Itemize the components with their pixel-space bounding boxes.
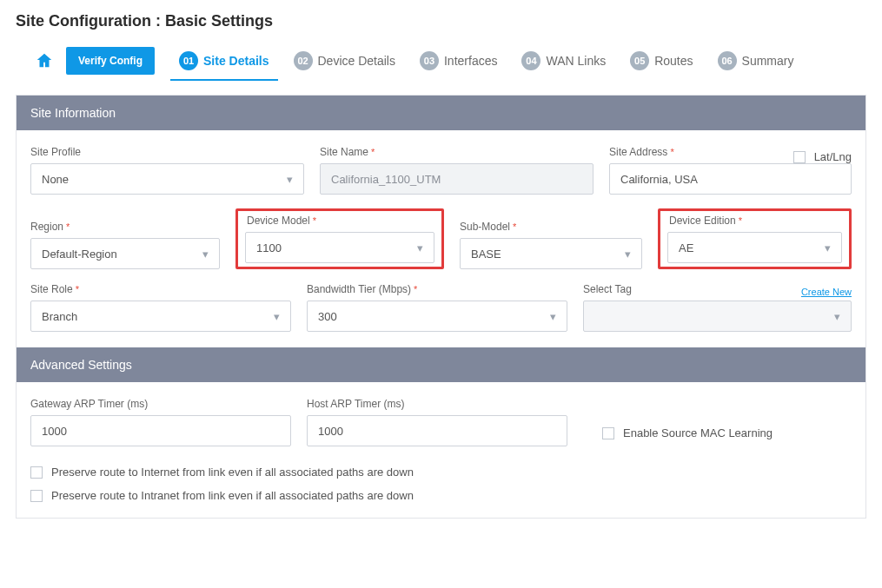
host-arp-label: Host ARP Timer (ms)	[307, 398, 567, 410]
chevron-down-icon: ▾	[287, 173, 293, 186]
region-value: Default-Region	[42, 248, 117, 261]
step-num: 03	[420, 51, 439, 70]
region-select[interactable]: Default-Region ▾	[30, 238, 220, 269]
gateway-arp-label: Gateway ARP Timer (ms)	[30, 398, 291, 410]
device-edition-label: Device Edition	[669, 215, 846, 227]
chevron-down-icon: ▾	[417, 241, 423, 254]
device-model-label: Device Model	[247, 215, 438, 227]
checkbox-icon	[793, 151, 806, 163]
home-icon[interactable]	[35, 51, 54, 70]
site-role-label: Site Role	[30, 283, 291, 295]
step-num: 06	[718, 51, 737, 70]
step-routes[interactable]: 05 Routes	[621, 46, 701, 76]
site-profile-label: Site Profile	[30, 146, 304, 158]
page-title: Site Configuration : Basic Settings	[16, 12, 866, 30]
device-edition-select[interactable]: AE ▾	[667, 232, 842, 263]
device-edition-value: AE	[679, 241, 693, 254]
gateway-arp-value: 1000	[42, 425, 67, 438]
bandwidth-tier-value: 300	[318, 310, 337, 323]
site-role-value: Branch	[42, 310, 77, 323]
step-label: Summary	[742, 54, 794, 68]
step-num: 02	[294, 51, 313, 70]
step-summary[interactable]: 06 Summary	[709, 46, 803, 76]
preserve-internet-toggle[interactable]: Preserve route to Internet from link eve…	[30, 460, 852, 484]
site-name-input: California_1100_UTM	[320, 163, 594, 195]
step-num: 01	[179, 51, 198, 70]
step-label: Routes	[654, 54, 693, 68]
checkbox-icon	[30, 466, 43, 479]
chevron-down-icon: ▾	[550, 310, 556, 323]
create-new-link[interactable]: Create New	[801, 287, 852, 297]
device-model-value: 1100	[256, 241, 282, 254]
preserve-intranet-toggle[interactable]: Preserve route to Intranet from link eve…	[30, 484, 852, 507]
preserve-internet-label: Preserve route to Internet from link eve…	[51, 466, 414, 479]
mac-learning-toggle[interactable]: Enable Source MAC Learning	[583, 421, 852, 446]
sub-model-select[interactable]: BASE ▾	[460, 238, 642, 269]
sub-model-label: Sub-Model	[460, 221, 642, 233]
site-profile-value: None	[42, 173, 69, 186]
step-label: Site Details	[203, 54, 269, 68]
chevron-down-icon: ▾	[625, 248, 631, 261]
site-profile-select[interactable]: None ▾	[30, 163, 304, 195]
wizard-nav: Verify Config 01 Site Details 02 Device …	[16, 46, 866, 76]
mac-learning-label: Enable Source MAC Learning	[623, 426, 773, 439]
step-label: WAN Links	[546, 54, 606, 68]
step-label: Device Details	[318, 54, 395, 68]
site-name-value: California_1100_UTM	[331, 173, 441, 186]
checkbox-icon	[602, 427, 614, 439]
site-address-value: California, USA	[620, 173, 698, 186]
site-address-label: Site Address	[609, 146, 674, 158]
step-num: 05	[630, 51, 649, 70]
site-role-select[interactable]: Branch ▾	[30, 301, 291, 332]
region-label: Region	[30, 221, 220, 233]
step-interfaces[interactable]: 03 Interfaces	[411, 46, 506, 76]
bandwidth-tier-label: Bandwidth Tier (Mbps)	[307, 283, 567, 295]
latlng-toggle[interactable]: Lat/Lng	[793, 150, 852, 163]
step-device-details[interactable]: 02 Device Details	[285, 46, 404, 76]
chevron-down-icon: ▾	[274, 310, 280, 323]
site-address-input[interactable]: California, USA	[609, 163, 852, 195]
sub-model-value: BASE	[471, 248, 501, 261]
step-num: 04	[521, 51, 540, 70]
device-model-select[interactable]: 1100 ▾	[245, 232, 434, 263]
verify-config-button[interactable]: Verify Config	[66, 47, 155, 75]
step-site-details[interactable]: 01 Site Details	[170, 46, 277, 81]
chevron-down-icon: ▾	[825, 241, 831, 254]
step-wan-links[interactable]: 04 WAN Links	[513, 46, 614, 76]
host-arp-input[interactable]: 1000	[307, 415, 567, 446]
host-arp-value: 1000	[318, 425, 343, 438]
preserve-intranet-label: Preserve route to Intranet from link eve…	[51, 489, 414, 502]
step-label: Interfaces	[444, 54, 497, 68]
site-name-label: Site Name	[320, 146, 594, 158]
gateway-arp-input[interactable]: 1000	[30, 415, 291, 446]
select-tag-label: Select Tag	[583, 283, 632, 295]
bandwidth-tier-select[interactable]: 300 ▾	[307, 301, 567, 332]
advanced-settings-header: Advanced Settings	[17, 347, 865, 382]
select-tag-select[interactable]: ▾	[583, 301, 852, 332]
latlng-label: Lat/Lng	[814, 150, 852, 163]
site-information-header: Site Information	[17, 96, 865, 130]
chevron-down-icon: ▾	[202, 248, 209, 261]
chevron-down-icon: ▾	[834, 310, 840, 323]
checkbox-icon	[30, 490, 43, 502]
